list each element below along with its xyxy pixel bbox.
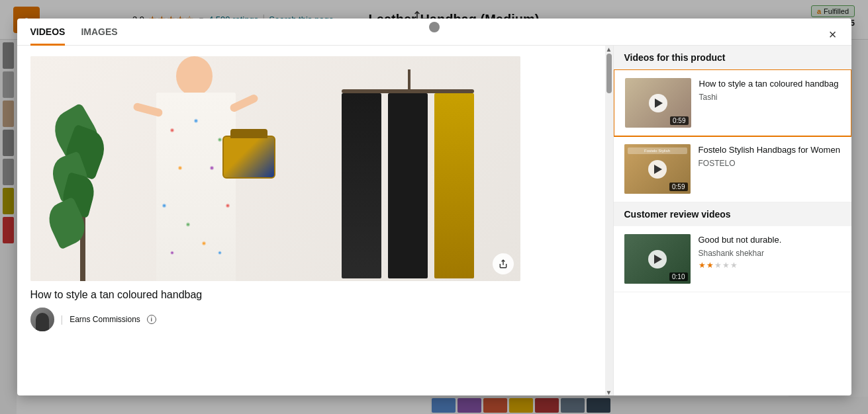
play-button-review-1	[648, 250, 667, 269]
earns-commissions-label: Earns Commissions	[70, 315, 140, 324]
current-video-title: How to style a tan coloured handbag	[30, 289, 592, 301]
hanger-black-2	[388, 93, 428, 278]
person-figure	[130, 56, 262, 281]
customer-review-video-item-1[interactable]: 0:10 Good but not durable. Shashank shek…	[614, 226, 851, 292]
review-video-info-1: Good but not durable. Shashank shekhar ★…	[699, 234, 841, 270]
customer-review-videos-header: Customer review videos	[614, 202, 851, 226]
review-star-1: ★	[699, 261, 706, 270]
review-star-5: ★	[730, 261, 738, 270]
review-video-thumb-1: 0:10	[624, 234, 691, 284]
tab-videos[interactable]: VIDEOS	[30, 26, 66, 46]
review-star-2: ★	[706, 261, 714, 270]
play-triangle-review-1	[654, 255, 662, 264]
person-head	[176, 56, 213, 96]
clothing-rack	[335, 69, 481, 281]
handbag-display	[222, 136, 275, 179]
review-video-channel-1: Shashank shekhar	[699, 249, 841, 258]
play-triangle-2	[654, 165, 662, 174]
media-modal: VIDEOS IMAGES ×	[17, 19, 851, 395]
video-title-2: Fostelo Stylish Handbags for Women	[699, 144, 841, 156]
review-star-3: ★	[714, 261, 722, 270]
creator-row: | Earns Commissions i	[30, 308, 592, 331]
creator-divider: |	[61, 314, 64, 325]
duration-review-1: 0:10	[669, 272, 687, 281]
scroll-down-arrow[interactable]: ▼	[606, 389, 612, 395]
product-video-list: 0:59 How to style a tan coloured handbag…	[614, 69, 851, 395]
right-panel: Videos for this product 0:59 How to styl…	[613, 46, 851, 395]
scroll-track[interactable]: ▲ ▼	[605, 46, 613, 395]
video-thumb-2: Fostelo Stylish 0:59	[624, 144, 691, 194]
modal-body: How to style a tan coloured handbag | Ea…	[17, 46, 851, 395]
avatar-body	[36, 313, 49, 331]
modal-overlay[interactable]: VIDEOS IMAGES ×	[0, 0, 868, 414]
play-button-2	[648, 160, 667, 179]
video-main-area: How to style a tan coloured handbag | Ea…	[17, 46, 605, 395]
video-player[interactable]	[30, 56, 520, 281]
play-triangle-1	[655, 99, 663, 108]
avatar-inner	[30, 308, 54, 331]
review-video-title-1: Good but not durable.	[699, 234, 841, 246]
bag-handle	[230, 129, 267, 138]
creator-avatar	[30, 308, 54, 331]
scroll-area	[605, 52, 613, 389]
video-thumb-1: 0:59	[625, 78, 691, 128]
modal-close-button[interactable]: ×	[824, 25, 842, 44]
video-scene	[30, 56, 520, 281]
review-star-4: ★	[722, 261, 730, 270]
scroll-thumb[interactable]	[606, 54, 612, 93]
video-share-button[interactable]	[493, 253, 514, 274]
fostelo-text-overlay: Fostelo Stylish	[628, 147, 687, 154]
video-channel-1: Tashi	[699, 93, 840, 102]
video-title-1: How to style a tan coloured handbag	[699, 78, 840, 90]
video-channel-2: FOSTELO	[699, 159, 841, 168]
product-video-item-1[interactable]: 0:59 How to style a tan coloured handbag…	[614, 69, 851, 137]
duration-2: 0:59	[669, 183, 687, 191]
dress-pattern	[156, 93, 236, 281]
tab-images[interactable]: IMAGES	[81, 26, 117, 46]
scroll-up-arrow[interactable]: ▲	[606, 46, 612, 52]
hanger-yellow	[434, 93, 474, 278]
plant-decoration	[57, 96, 110, 281]
person-body	[156, 93, 236, 281]
product-video-item-2[interactable]: Fostelo Stylish 0:59 Fostelo Stylish Han…	[614, 136, 851, 202]
review-stars-1: ★ ★ ★ ★ ★	[699, 261, 841, 270]
product-videos-header: Videos for this product	[614, 46, 851, 69]
video-info-1: How to style a tan coloured handbag Tash…	[699, 78, 840, 102]
hanger-black-1	[342, 93, 381, 278]
play-button-1	[649, 94, 667, 112]
info-icon[interactable]: i	[147, 315, 156, 324]
video-info-2: Fostelo Stylish Handbags for Women FOSTE…	[699, 144, 841, 168]
duration-1: 0:59	[670, 116, 688, 125]
